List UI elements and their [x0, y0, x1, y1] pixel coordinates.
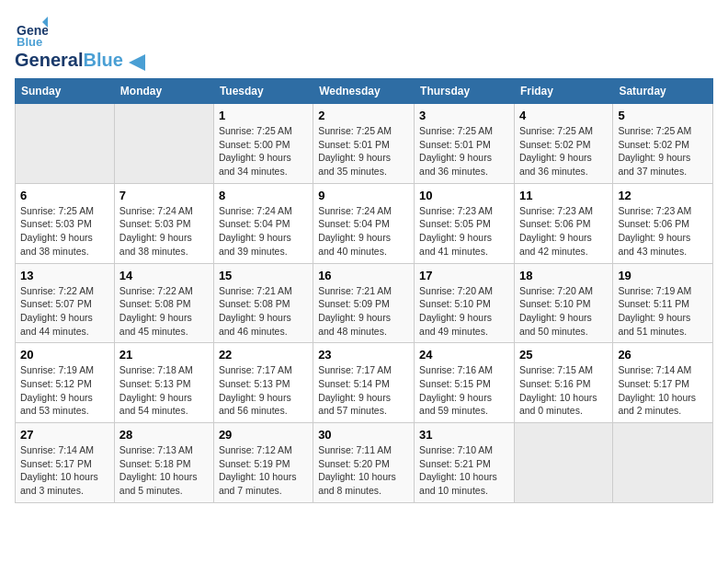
day-number: 23	[318, 348, 409, 362]
calendar-cell: 5Sunrise: 7:25 AM Sunset: 5:02 PM Daylig…	[613, 104, 713, 184]
day-number: 13	[20, 269, 109, 282]
calendar-cell	[114, 104, 213, 184]
day-info: Sunrise: 7:10 AM Sunset: 5:21 PM Dayligh…	[419, 443, 509, 498]
day-number: 18	[519, 269, 608, 282]
day-number: 4	[519, 109, 608, 122]
day-info: Sunrise: 7:22 AM Sunset: 5:08 PM Dayligh…	[119, 284, 209, 339]
header-day-friday: Friday	[514, 79, 612, 104]
header-day-sunday: Sunday	[16, 79, 115, 104]
calendar-cell: 29Sunrise: 7:12 AM Sunset: 5:19 PM Dayli…	[213, 423, 313, 503]
calendar-cell: 25Sunrise: 7:15 AM Sunset: 5:16 PM Dayli…	[514, 343, 612, 423]
day-info: Sunrise: 7:18 AM Sunset: 5:13 PM Dayligh…	[119, 363, 209, 418]
day-number: 12	[618, 189, 708, 202]
day-info: Sunrise: 7:11 AM Sunset: 5:20 PM Dayligh…	[318, 443, 409, 498]
day-info: Sunrise: 7:17 AM Sunset: 5:13 PM Dayligh…	[219, 363, 308, 418]
logo-arrow-icon	[129, 54, 145, 71]
calendar-cell: 13Sunrise: 7:22 AM Sunset: 5:07 PM Dayli…	[16, 263, 115, 343]
day-number: 16	[318, 269, 409, 282]
day-info: Sunrise: 7:13 AM Sunset: 5:18 PM Dayligh…	[119, 443, 209, 498]
day-info: Sunrise: 7:25 AM Sunset: 5:03 PM Dayligh…	[20, 204, 109, 259]
header-day-monday: Monday	[114, 79, 213, 104]
calendar-cell: 22Sunrise: 7:17 AM Sunset: 5:13 PM Dayli…	[213, 343, 313, 423]
day-info: Sunrise: 7:24 AM Sunset: 5:03 PM Dayligh…	[119, 204, 209, 259]
day-info: Sunrise: 7:25 AM Sunset: 5:01 PM Dayligh…	[318, 124, 409, 178]
day-info: Sunrise: 7:14 AM Sunset: 5:17 PM Dayligh…	[618, 363, 708, 418]
day-info: Sunrise: 7:17 AM Sunset: 5:14 PM Dayligh…	[318, 363, 409, 418]
day-number: 15	[219, 269, 308, 282]
day-number: 10	[419, 189, 509, 202]
calendar-cell: 31Sunrise: 7:10 AM Sunset: 5:21 PM Dayli…	[415, 423, 515, 503]
logo-blue: Blue	[83, 50, 122, 70]
calendar-table: SundayMondayTuesdayWednesdayThursdayFrid…	[15, 78, 713, 503]
day-number: 11	[519, 189, 608, 202]
calendar-cell: 17Sunrise: 7:20 AM Sunset: 5:10 PM Dayli…	[415, 263, 515, 343]
day-number: 31	[419, 428, 509, 442]
day-info: Sunrise: 7:23 AM Sunset: 5:06 PM Dayligh…	[519, 204, 608, 259]
calendar-cell: 15Sunrise: 7:21 AM Sunset: 5:08 PM Dayli…	[213, 263, 313, 343]
calendar-cell: 24Sunrise: 7:16 AM Sunset: 5:15 PM Dayli…	[415, 343, 515, 423]
week-row-1: 1Sunrise: 7:25 AM Sunset: 5:00 PM Daylig…	[16, 104, 713, 184]
calendar-cell	[16, 104, 115, 184]
day-info: Sunrise: 7:23 AM Sunset: 5:05 PM Dayligh…	[419, 204, 509, 259]
day-number: 19	[618, 269, 708, 282]
calendar-cell: 21Sunrise: 7:18 AM Sunset: 5:13 PM Dayli…	[114, 343, 213, 423]
day-info: Sunrise: 7:25 AM Sunset: 5:02 PM Dayligh…	[618, 124, 708, 178]
day-info: Sunrise: 7:21 AM Sunset: 5:09 PM Dayligh…	[318, 284, 409, 339]
calendar-cell: 14Sunrise: 7:22 AM Sunset: 5:08 PM Dayli…	[114, 263, 213, 343]
day-number: 17	[419, 269, 509, 282]
day-info: Sunrise: 7:25 AM Sunset: 5:01 PM Dayligh…	[419, 124, 509, 178]
day-number: 29	[219, 428, 308, 442]
day-info: Sunrise: 7:24 AM Sunset: 5:04 PM Dayligh…	[318, 204, 409, 259]
week-row-3: 13Sunrise: 7:22 AM Sunset: 5:07 PM Dayli…	[16, 263, 713, 343]
day-info: Sunrise: 7:20 AM Sunset: 5:10 PM Dayligh…	[519, 284, 608, 339]
page-header: General Blue GeneralBlue	[15, 15, 713, 71]
day-info: Sunrise: 7:14 AM Sunset: 5:17 PM Dayligh…	[20, 443, 109, 498]
logo-general: General	[15, 50, 83, 70]
day-number: 5	[618, 109, 708, 122]
day-number: 14	[119, 269, 209, 282]
calendar-cell: 3Sunrise: 7:25 AM Sunset: 5:01 PM Daylig…	[415, 104, 515, 184]
day-number: 1	[219, 109, 308, 122]
calendar-cell: 18Sunrise: 7:20 AM Sunset: 5:10 PM Dayli…	[514, 263, 612, 343]
logo-icon: General Blue	[15, 15, 48, 48]
day-number: 22	[219, 348, 308, 362]
day-info: Sunrise: 7:16 AM Sunset: 5:15 PM Dayligh…	[419, 363, 509, 418]
day-number: 27	[20, 428, 109, 442]
calendar-cell: 1Sunrise: 7:25 AM Sunset: 5:00 PM Daylig…	[213, 104, 313, 184]
day-info: Sunrise: 7:22 AM Sunset: 5:07 PM Dayligh…	[20, 284, 109, 339]
day-number: 7	[119, 189, 209, 202]
day-number: 6	[20, 189, 109, 202]
day-info: Sunrise: 7:20 AM Sunset: 5:10 PM Dayligh…	[419, 284, 509, 339]
calendar-cell: 6Sunrise: 7:25 AM Sunset: 5:03 PM Daylig…	[16, 183, 115, 263]
calendar-cell	[514, 423, 612, 503]
day-info: Sunrise: 7:23 AM Sunset: 5:06 PM Dayligh…	[618, 204, 708, 259]
calendar-header: SundayMondayTuesdayWednesdayThursdayFrid…	[16, 79, 713, 104]
day-number: 28	[119, 428, 209, 442]
calendar-cell: 11Sunrise: 7:23 AM Sunset: 5:06 PM Dayli…	[514, 183, 612, 263]
calendar-body: 1Sunrise: 7:25 AM Sunset: 5:00 PM Daylig…	[16, 104, 713, 503]
day-number: 26	[618, 348, 708, 362]
day-number: 3	[419, 109, 509, 122]
calendar-cell: 4Sunrise: 7:25 AM Sunset: 5:02 PM Daylig…	[514, 104, 612, 184]
svg-text:Blue: Blue	[17, 35, 42, 48]
day-info: Sunrise: 7:19 AM Sunset: 5:12 PM Dayligh…	[20, 363, 109, 418]
day-info: Sunrise: 7:25 AM Sunset: 5:00 PM Dayligh…	[219, 124, 308, 178]
week-row-5: 27Sunrise: 7:14 AM Sunset: 5:17 PM Dayli…	[16, 423, 713, 503]
day-info: Sunrise: 7:24 AM Sunset: 5:04 PM Dayligh…	[219, 204, 308, 259]
calendar-cell: 16Sunrise: 7:21 AM Sunset: 5:09 PM Dayli…	[313, 263, 415, 343]
calendar-cell: 28Sunrise: 7:13 AM Sunset: 5:18 PM Dayli…	[114, 423, 213, 503]
day-number: 2	[318, 109, 409, 122]
calendar-cell: 7Sunrise: 7:24 AM Sunset: 5:03 PM Daylig…	[114, 183, 213, 263]
calendar-cell: 8Sunrise: 7:24 AM Sunset: 5:04 PM Daylig…	[213, 183, 313, 263]
day-number: 8	[219, 189, 308, 202]
calendar-cell	[613, 423, 713, 503]
calendar-cell: 23Sunrise: 7:17 AM Sunset: 5:14 PM Dayli…	[313, 343, 415, 423]
day-number: 20	[20, 348, 109, 362]
day-info: Sunrise: 7:21 AM Sunset: 5:08 PM Dayligh…	[219, 284, 308, 339]
day-number: 9	[318, 189, 409, 202]
header-day-saturday: Saturday	[613, 79, 713, 104]
week-row-2: 6Sunrise: 7:25 AM Sunset: 5:03 PM Daylig…	[16, 183, 713, 263]
day-number: 24	[419, 348, 509, 362]
header-day-wednesday: Wednesday	[313, 79, 415, 104]
day-number: 25	[519, 348, 608, 362]
